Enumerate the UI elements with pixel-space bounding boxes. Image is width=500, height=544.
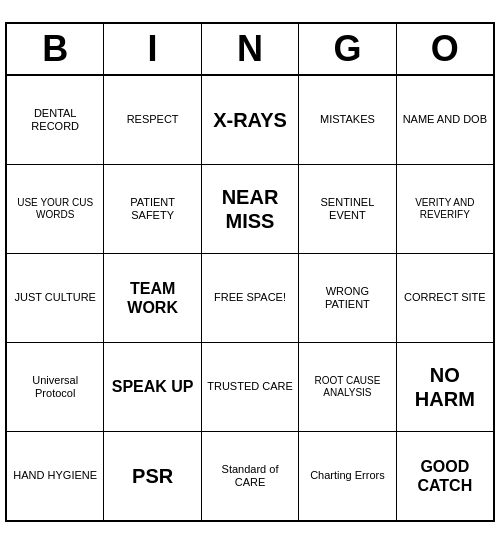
cell-text-3-0: Universal Protocol	[11, 374, 99, 400]
bingo-header: BINGO	[7, 24, 493, 76]
bingo-grid: DENTAL RECORDRESPECTX-RAYSMISTAKESNAME A…	[7, 76, 493, 520]
grid-cell-2-4: CORRECT SITE	[397, 254, 493, 342]
cell-text-1-1: PATIENT SAFETY	[108, 196, 196, 222]
grid-cell-1-2: NEAR MISS	[202, 165, 299, 253]
grid-cell-0-1: RESPECT	[104, 76, 201, 164]
cell-text-3-3: ROOT CAUSE ANALYSIS	[303, 375, 391, 399]
cell-text-4-0: HAND HYGIENE	[13, 469, 97, 482]
grid-cell-4-3: Charting Errors	[299, 432, 396, 520]
cell-text-0-2: X-RAYS	[213, 108, 287, 132]
grid-cell-0-0: DENTAL RECORD	[7, 76, 104, 164]
grid-row-4: HAND HYGIENEPSRStandard of CARECharting …	[7, 432, 493, 520]
grid-row-1: USE YOUR CUS WORDSPATIENT SAFETYNEAR MIS…	[7, 165, 493, 254]
header-cell-I: I	[104, 24, 201, 74]
grid-row-0: DENTAL RECORDRESPECTX-RAYSMISTAKESNAME A…	[7, 76, 493, 165]
cell-text-0-1: RESPECT	[127, 113, 179, 126]
cell-text-4-1: PSR	[132, 464, 173, 488]
grid-cell-1-4: VERITY AND REVERIFY	[397, 165, 493, 253]
grid-cell-3-1: SPEAK UP	[104, 343, 201, 431]
grid-cell-3-0: Universal Protocol	[7, 343, 104, 431]
cell-text-4-3: Charting Errors	[310, 469, 385, 482]
bingo-card: BINGO DENTAL RECORDRESPECTX-RAYSMISTAKES…	[5, 22, 495, 522]
cell-text-2-3: WRONG PATIENT	[303, 285, 391, 311]
grid-cell-2-3: WRONG PATIENT	[299, 254, 396, 342]
cell-text-0-4: NAME AND DOB	[403, 113, 487, 126]
grid-cell-1-3: SENTINEL EVENT	[299, 165, 396, 253]
cell-text-2-2: FREE SPACE!	[214, 291, 286, 304]
cell-text-2-1: TEAM WORK	[108, 279, 196, 317]
cell-text-2-4: CORRECT SITE	[404, 291, 486, 304]
cell-text-0-3: MISTAKES	[320, 113, 375, 126]
grid-cell-3-4: NO HARM	[397, 343, 493, 431]
grid-cell-4-2: Standard of CARE	[202, 432, 299, 520]
grid-cell-2-0: JUST CULTURE	[7, 254, 104, 342]
grid-cell-4-1: PSR	[104, 432, 201, 520]
grid-cell-3-3: ROOT CAUSE ANALYSIS	[299, 343, 396, 431]
cell-text-1-0: USE YOUR CUS WORDS	[11, 197, 99, 221]
header-cell-G: G	[299, 24, 396, 74]
cell-text-3-2: TRUSTED CARE	[207, 380, 293, 393]
cell-text-1-2: NEAR MISS	[206, 185, 294, 233]
cell-text-3-4: NO HARM	[401, 363, 489, 411]
grid-cell-4-0: HAND HYGIENE	[7, 432, 104, 520]
cell-text-1-3: SENTINEL EVENT	[303, 196, 391, 222]
header-cell-B: B	[7, 24, 104, 74]
cell-text-4-2: Standard of CARE	[206, 463, 294, 489]
grid-cell-0-3: MISTAKES	[299, 76, 396, 164]
cell-text-3-1: SPEAK UP	[112, 377, 194, 396]
grid-cell-0-2: X-RAYS	[202, 76, 299, 164]
grid-cell-2-1: TEAM WORK	[104, 254, 201, 342]
cell-text-0-0: DENTAL RECORD	[11, 107, 99, 133]
grid-cell-4-4: GOOD CATCH	[397, 432, 493, 520]
header-cell-N: N	[202, 24, 299, 74]
grid-cell-1-0: USE YOUR CUS WORDS	[7, 165, 104, 253]
header-cell-O: O	[397, 24, 493, 74]
cell-text-2-0: JUST CULTURE	[14, 291, 96, 304]
grid-row-2: JUST CULTURETEAM WORKFREE SPACE!WRONG PA…	[7, 254, 493, 343]
grid-cell-3-2: TRUSTED CARE	[202, 343, 299, 431]
grid-cell-1-1: PATIENT SAFETY	[104, 165, 201, 253]
cell-text-1-4: VERITY AND REVERIFY	[401, 197, 489, 221]
grid-cell-0-4: NAME AND DOB	[397, 76, 493, 164]
cell-text-4-4: GOOD CATCH	[401, 457, 489, 495]
grid-cell-2-2: FREE SPACE!	[202, 254, 299, 342]
grid-row-3: Universal ProtocolSPEAK UPTRUSTED CARERO…	[7, 343, 493, 432]
